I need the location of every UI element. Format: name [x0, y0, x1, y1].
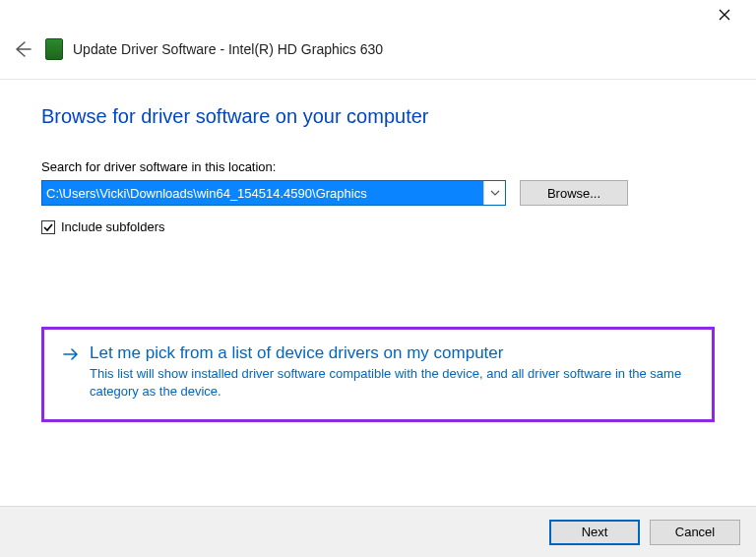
highlighted-option-box: Let me pick from a list of device driver… — [41, 327, 715, 422]
arrow-right-icon — [62, 345, 80, 366]
chevron-down-icon — [490, 190, 500, 196]
checkmark-icon — [43, 222, 53, 232]
next-button[interactable]: Next — [549, 520, 640, 545]
cancel-button[interactable]: Cancel — [650, 520, 740, 545]
include-subfolders-label: Include subfolders — [61, 219, 165, 234]
back-arrow-icon — [11, 38, 32, 60]
path-input[interactable] — [42, 181, 483, 205]
path-dropdown-button[interactable] — [483, 181, 505, 205]
browse-button[interactable]: Browse... — [520, 180, 628, 206]
option-title: Let me pick from a list of device driver… — [90, 343, 694, 363]
include-subfolders-checkbox[interactable] — [41, 220, 55, 234]
dialog-footer: Next Cancel — [0, 506, 756, 557]
pick-from-list-link[interactable]: Let me pick from a list of device driver… — [62, 343, 694, 400]
device-icon — [45, 38, 63, 60]
dialog-title: Update Driver Software - Intel(R) HD Gra… — [73, 41, 383, 57]
path-row: Browse... — [41, 180, 715, 206]
dialog-header: Update Driver Software - Intel(R) HD Gra… — [0, 30, 756, 80]
option-description: This list will show installed driver sof… — [90, 365, 694, 400]
titlebar — [0, 0, 756, 30]
option-text: Let me pick from a list of device driver… — [90, 343, 694, 400]
close-button[interactable] — [705, 1, 744, 29]
back-button[interactable] — [8, 35, 35, 63]
search-location-label: Search for driver software in this locat… — [41, 159, 715, 174]
path-combobox[interactable] — [41, 180, 506, 206]
close-icon — [719, 9, 730, 21]
dialog-content: Browse for driver software on your compu… — [0, 80, 756, 422]
page-heading: Browse for driver software on your compu… — [41, 105, 715, 128]
include-subfolders-row: Include subfolders — [41, 219, 715, 234]
